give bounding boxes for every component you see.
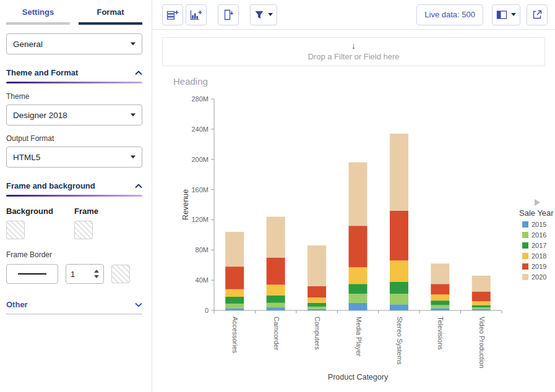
- bar-segment-2019-camcorder[interactable]: [267, 257, 285, 284]
- bar-segment-2018-video-production[interactable]: [472, 301, 491, 305]
- theme-dropdown[interactable]: Designer 2018: [6, 104, 142, 126]
- drop-zone-label: Drop a Filter or Field here: [163, 52, 544, 61]
- bar-segment-2016-stereo-systems[interactable]: [390, 294, 408, 304]
- legend-label-2016[interactable]: 2016: [531, 231, 546, 239]
- filter-drop-zone[interactable]: ↓ Drop a Filter or Field here: [162, 37, 545, 66]
- bar-segment-2020-video-production[interactable]: [472, 276, 491, 292]
- bar-segment-2017-stereo-systems[interactable]: [390, 281, 408, 294]
- y-tick-label: 240M: [191, 126, 209, 133]
- bar-segment-2020-computers[interactable]: [308, 245, 326, 286]
- border-style-dropdown[interactable]: [6, 264, 58, 284]
- bar-segment-2017-computers[interactable]: [308, 303, 326, 307]
- border-width-value: 1: [71, 270, 75, 279]
- filter-button[interactable]: [250, 4, 277, 25]
- chart-title[interactable]: Heading: [173, 76, 555, 87]
- y-tick-label: 200M: [191, 156, 209, 163]
- bar-segment-2019-stereo-systems[interactable]: [390, 211, 408, 261]
- bar-segment-2016-computers[interactable]: [308, 307, 326, 309]
- open-new-window-button[interactable]: [527, 4, 548, 25]
- legend-label-2020[interactable]: 2020: [531, 273, 546, 281]
- bar-segment-2017-media-player[interactable]: [349, 284, 368, 294]
- bar-segment-2015-video-production[interactable]: [472, 309, 491, 310]
- bar-segment-2020-media-player[interactable]: [349, 162, 368, 226]
- legend-swatch-2019[interactable]: [522, 263, 528, 270]
- tab-settings[interactable]: Settings: [6, 7, 70, 25]
- general-dropdown[interactable]: General: [6, 33, 142, 54]
- legend-label-2018[interactable]: 2018: [531, 252, 546, 260]
- bar-segment-2018-stereo-systems[interactable]: [390, 260, 408, 281]
- legend-scroll-arrow-icon[interactable]: [535, 199, 540, 206]
- live-data-button[interactable]: Live data: 500: [416, 4, 483, 25]
- y-tick-label: 0: [205, 307, 209, 314]
- frame-color-swatch[interactable]: [74, 221, 93, 239]
- bar-segment-2015-camcorder[interactable]: [267, 307, 285, 310]
- solid-line-icon: [18, 273, 46, 275]
- legend-swatch-2017[interactable]: [522, 242, 528, 249]
- bar-segment-2017-accessories[interactable]: [225, 297, 244, 304]
- section-theme-and-format[interactable]: Theme and Format: [6, 68, 142, 82]
- open-new-window-icon: [531, 9, 543, 20]
- section-divider: [6, 82, 142, 83]
- bar-segment-2019-media-player[interactable]: [349, 226, 368, 267]
- y-tick-label: 280M: [191, 95, 209, 103]
- theme-label: Theme: [6, 92, 142, 101]
- bar-segment-2020-stereo-systems[interactable]: [390, 134, 408, 211]
- x-axis-title: Product Category: [328, 373, 389, 381]
- bar-segment-2016-media-player[interactable]: [349, 294, 368, 303]
- y-tick-label: 80M: [196, 246, 209, 254]
- category-label: Camcorder: [273, 317, 280, 351]
- design-surface: Live data: 500 ↓: [152, 0, 555, 392]
- revenue-stacked-bar-chart[interactable]: 040M80M120M160M200M240M280MAccessoriesCa…: [152, 90, 555, 387]
- bar-segment-2016-video-production[interactable]: [472, 307, 491, 309]
- border-width-stepper[interactable]: 1: [66, 264, 104, 284]
- bar-segment-2015-accessories[interactable]: [225, 308, 244, 310]
- general-dropdown-value: General: [13, 40, 43, 49]
- bar-segment-2020-televisions[interactable]: [431, 263, 449, 284]
- stepper-down-icon[interactable]: [94, 275, 99, 278]
- add-dataset-button[interactable]: [162, 4, 183, 25]
- bar-segment-2020-accessories[interactable]: [225, 232, 244, 266]
- bar-segment-2019-televisions[interactable]: [431, 284, 449, 294]
- section-frame-and-background[interactable]: Frame and background: [6, 181, 142, 195]
- chevron-down-icon: [131, 156, 136, 159]
- bar-segment-2018-accessories[interactable]: [225, 289, 244, 297]
- bar-segment-2016-televisions[interactable]: [431, 305, 449, 308]
- y-tick-label: 120M: [191, 216, 209, 223]
- bar-segment-2019-accessories[interactable]: [225, 266, 244, 289]
- legend-label-2015[interactable]: 2015: [531, 221, 546, 228]
- bar-segment-2017-video-production[interactable]: [472, 305, 491, 307]
- stepper-up-icon[interactable]: [94, 270, 99, 273]
- bar-segment-2016-accessories[interactable]: [225, 304, 244, 308]
- add-dataset-icon: [166, 9, 179, 20]
- bar-segment-2019-video-production[interactable]: [472, 291, 491, 301]
- add-chart-button[interactable]: [186, 4, 207, 25]
- bar-segment-2019-computers[interactable]: [308, 286, 326, 297]
- bar-segment-2018-camcorder[interactable]: [267, 284, 285, 295]
- bar-segment-2016-camcorder[interactable]: [267, 303, 285, 307]
- legend-swatch-2020[interactable]: [522, 274, 528, 280]
- legend-label-2017[interactable]: 2017: [531, 242, 546, 249]
- bar-segment-2020-camcorder[interactable]: [267, 216, 285, 257]
- bar-segment-2018-computers[interactable]: [308, 297, 326, 303]
- bar-segment-2017-camcorder[interactable]: [267, 295, 285, 302]
- frame-border-label: Frame Border: [6, 250, 142, 259]
- border-color-swatch[interactable]: [111, 265, 130, 283]
- background-color-swatch[interactable]: [6, 221, 25, 239]
- section-other[interactable]: Other: [6, 300, 142, 313]
- bar-segment-2015-stereo-systems[interactable]: [390, 304, 408, 310]
- bar-segment-2015-televisions[interactable]: [431, 308, 449, 310]
- bar-segment-2018-televisions[interactable]: [431, 294, 449, 300]
- bar-segment-2015-media-player[interactable]: [349, 303, 368, 310]
- legend-swatch-2015[interactable]: [522, 221, 528, 228]
- output-format-dropdown[interactable]: HTML5: [6, 147, 142, 168]
- bar-segment-2018-media-player[interactable]: [349, 267, 368, 284]
- tab-format[interactable]: Format: [79, 7, 142, 25]
- legend-swatch-2018[interactable]: [522, 253, 528, 259]
- duplicate-page-button[interactable]: [218, 4, 239, 25]
- bar-segment-2017-televisions[interactable]: [431, 300, 449, 305]
- bar-segment-2015-computers[interactable]: [308, 309, 326, 310]
- legend-label-2019[interactable]: 2019: [531, 263, 546, 270]
- panel-layout-icon: [496, 10, 507, 20]
- legend-swatch-2016[interactable]: [522, 232, 528, 238]
- panel-layout-button[interactable]: [492, 4, 520, 25]
